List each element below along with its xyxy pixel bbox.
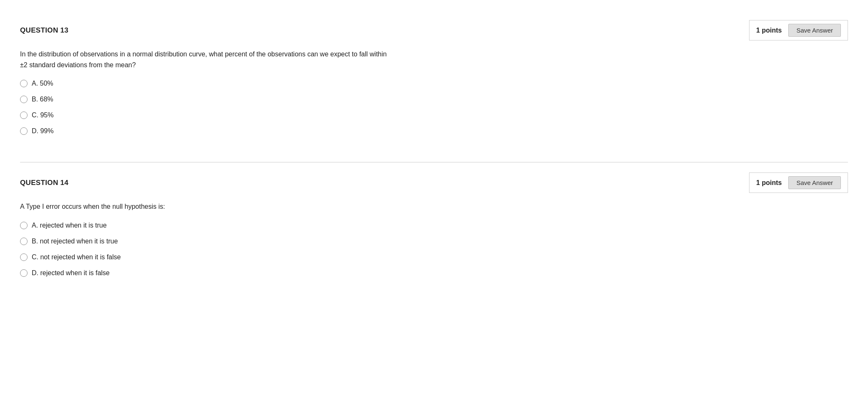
page-container: QUESTION 13 1 points Save Answer In the …: [0, 0, 868, 307]
list-item: A. rejected when it is true: [20, 220, 848, 230]
option-q14a-label: A. rejected when it is true: [32, 220, 107, 230]
question-13-block: QUESTION 13 1 points Save Answer In the …: [20, 10, 848, 155]
question-14-block: QUESTION 14 1 points Save Answer A Type …: [20, 162, 848, 297]
option-q13c-label: C. 95%: [32, 110, 53, 120]
radio-q13d[interactable]: [20, 127, 28, 135]
radio-q13b[interactable]: [20, 96, 28, 103]
list-item: D. 99%: [20, 126, 848, 136]
question-13-title: QUESTION 13: [20, 25, 68, 36]
radio-q14d[interactable]: [20, 269, 28, 277]
question-14-points: 1 points: [756, 178, 782, 188]
list-item: B. 68%: [20, 94, 848, 104]
radio-q14c[interactable]: [20, 253, 28, 261]
question-13-header: QUESTION 13 1 points Save Answer: [20, 20, 848, 41]
option-q13d-label: D. 99%: [32, 126, 53, 136]
list-item: C. 95%: [20, 110, 848, 120]
option-q14d-label: D. rejected when it is false: [32, 268, 110, 278]
option-q13a-label: A. 50%: [32, 78, 53, 89]
radio-q13a[interactable]: [20, 80, 28, 87]
radio-q13c[interactable]: [20, 111, 28, 119]
question-14-header: QUESTION 14 1 points Save Answer: [20, 172, 848, 193]
option-q14b-label: B. not rejected when it is true: [32, 236, 118, 246]
question-14-title: QUESTION 14: [20, 177, 68, 188]
radio-q14a[interactable]: [20, 222, 28, 229]
question-14-options: A. rejected when it is true B. not rejec…: [20, 220, 848, 278]
question-13-meta: 1 points Save Answer: [749, 20, 848, 41]
radio-q14b[interactable]: [20, 238, 28, 245]
question-13-save-button[interactable]: Save Answer: [788, 24, 841, 37]
list-item: D. rejected when it is false: [20, 268, 848, 278]
option-q14c-label: C. not rejected when it is false: [32, 252, 121, 262]
question-14-meta: 1 points Save Answer: [749, 172, 848, 193]
question-13-points: 1 points: [756, 25, 782, 35]
list-item: C. not rejected when it is false: [20, 252, 848, 262]
question-14-text: A Type I error occurs when the null hypo…: [20, 201, 396, 212]
list-item: B. not rejected when it is true: [20, 236, 848, 246]
question-14-save-button[interactable]: Save Answer: [788, 176, 841, 189]
question-13-options: A. 50% B. 68% C. 95% D. 99%: [20, 78, 848, 136]
option-q13b-label: B. 68%: [32, 94, 53, 104]
list-item: A. 50%: [20, 78, 848, 89]
question-13-text: In the distribution of observations in a…: [20, 49, 396, 70]
